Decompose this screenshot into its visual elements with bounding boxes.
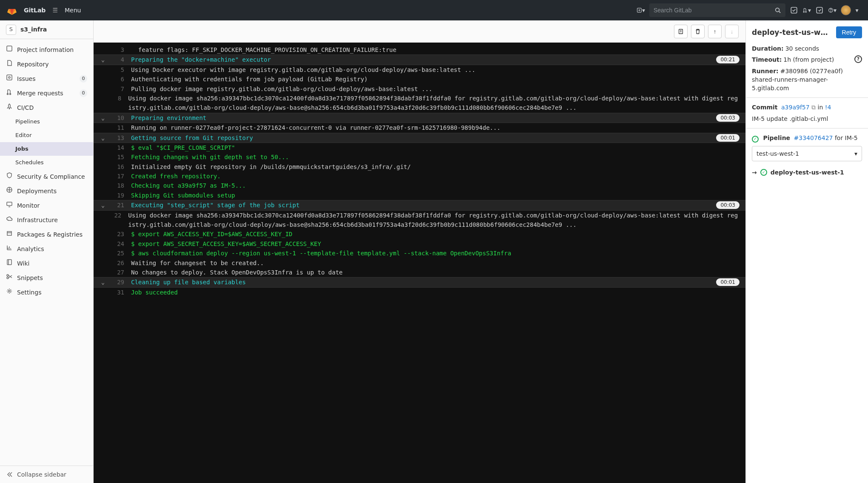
sidebar-item-monitor[interactable]: Monitor: [0, 198, 93, 213]
svg-point-1: [776, 8, 779, 12]
chevron-down-icon: [100, 84, 106, 94]
sidebar-item-security-compliance[interactable]: Security & Compliance: [0, 169, 93, 184]
log-line: 6Authenticating with credentials from jo…: [94, 74, 745, 84]
section-duration: 00:21: [716, 56, 740, 63]
issues-nav-icon[interactable]: [790, 6, 798, 14]
deploy-icon: [6, 186, 13, 195]
job-details-panel: deploy-test-us-w… Retry Duration:30 seco…: [745, 20, 868, 483]
log-section-header[interactable]: ⌄29Cleaning up file based variables00:01: [94, 277, 745, 287]
sidebar-nav: Project informationRepositoryIssues0Merg…: [0, 39, 93, 466]
todos-nav-icon[interactable]: [815, 6, 824, 14]
scroll-top-button[interactable]: ↑: [708, 25, 722, 38]
svg-rect-5: [817, 7, 822, 13]
chevron-down-icon: [100, 171, 106, 181]
chevron-down-icon: [100, 191, 106, 200]
duration-row: Duration:30 seconds: [752, 44, 862, 53]
sidebar-item-editor[interactable]: Editor: [0, 129, 93, 142]
log-line: 7Pulling docker image registry.gitlab.co…: [94, 84, 745, 94]
sidebar-item-deployments[interactable]: Deployments: [0, 184, 93, 198]
gitlab-logo-icon[interactable]: [7, 5, 17, 15]
log-section-header[interactable]: ⌄10Preparing environment00:03: [94, 113, 745, 123]
collapse-icon: [6, 471, 13, 478]
svg-rect-16: [7, 260, 11, 265]
scroll-bottom-button[interactable]: ↓: [725, 25, 739, 38]
sidebar-item-issues[interactable]: Issues0: [0, 71, 93, 86]
hamburger-icon[interactable]: ☰: [52, 6, 58, 14]
merge-request-link[interactable]: !4: [825, 104, 831, 111]
svg-point-10: [9, 77, 10, 78]
log-line: 27No changes to deploy. Stack OpenDevOps…: [94, 268, 745, 277]
log-line: 26Waiting for changeset to be created..: [94, 258, 745, 268]
section-duration: 00:01: [716, 134, 740, 142]
info-icon: [6, 45, 13, 54]
commit-message: IM-5 update .gitlab-ci.yml: [752, 114, 862, 123]
gear-icon: [6, 288, 13, 297]
pipeline-link[interactable]: #334076427: [794, 134, 833, 141]
chevron-down-icon: ▾: [854, 149, 857, 158]
commit-sha-link[interactable]: a39a9f57: [781, 104, 810, 111]
shield-icon: [6, 172, 13, 181]
merge-requests-nav-icon[interactable]: ▾: [802, 6, 811, 14]
search-icon: [774, 6, 782, 14]
log-section-header[interactable]: ⌄4Preparing the "docker+machine" executo…: [94, 54, 745, 65]
log-line: 8Using docker image sha256:a39347bbc1dc3…: [94, 94, 745, 113]
copy-sha-icon[interactable]: ⧉: [811, 104, 817, 111]
file-icon: [6, 60, 13, 69]
sidebar-item-pipelines[interactable]: Pipelines: [0, 115, 93, 129]
sidebar-item-jobs[interactable]: Jobs: [0, 142, 93, 156]
monitor-icon: [6, 201, 13, 210]
arrow-right-icon: →: [752, 168, 757, 177]
collapse-sidebar[interactable]: Collapse sidebar: [0, 466, 93, 483]
sidebar-item-infrastructure[interactable]: Infrastructure: [0, 213, 93, 227]
sidebar-item-project-information[interactable]: Project information: [0, 43, 93, 57]
log-section-header[interactable]: ⌄13Getting source from Git repository00:…: [94, 133, 745, 143]
pipeline-status-icon: ✓: [752, 136, 759, 143]
log-line: 23$ export AWS_ACCESS_KEY_ID=$AWS_ACCESS…: [94, 229, 745, 239]
sidebar-item-packages-registries[interactable]: Packages & Registries: [0, 227, 93, 242]
sidebar-item-merge-requests[interactable]: Merge requests0: [0, 86, 93, 100]
log-line: 11Running on runner-0277ea0f-project-278…: [94, 123, 745, 132]
plus-icon[interactable]: ▾: [637, 6, 645, 14]
chevron-down-icon: [100, 123, 106, 132]
timeout-row: Timeout:1h (from project)?: [752, 55, 862, 64]
timeout-info-icon[interactable]: ?: [854, 55, 862, 63]
section-duration: 00:03: [716, 201, 740, 209]
chevron-down-icon: ⌄: [100, 200, 106, 210]
erase-log-button[interactable]: [691, 25, 705, 38]
search-input[interactable]: [649, 3, 785, 17]
log-line: 25$ aws cloudformation deploy --region u…: [94, 249, 745, 258]
sidebar-item-ci-cd[interactable]: CI/CD: [0, 100, 93, 115]
help-nav-icon[interactable]: ▾: [828, 6, 837, 14]
chevron-down-icon: [100, 288, 106, 297]
chevron-down-icon: [100, 143, 106, 152]
search-field[interactable]: [653, 6, 774, 14]
project-sidebar: S s3_infra Project informationRepository…: [0, 20, 94, 483]
svg-rect-15: [7, 231, 11, 235]
brand-name[interactable]: GitLab: [24, 6, 46, 14]
chevron-down-icon: [100, 181, 106, 190]
chevron-down-icon: [100, 249, 106, 258]
sidebar-item-analytics[interactable]: Analytics: [0, 242, 93, 256]
log-section-header[interactable]: ⌄21Executing "step_script" stage of the …: [94, 200, 745, 210]
user-avatar[interactable]: ▾: [841, 5, 861, 15]
log-line: 24$ export AWS_SECRET_ACCESS_KEY=$AWS_SE…: [94, 239, 745, 249]
menu-label[interactable]: Menu: [65, 6, 81, 14]
sidebar-item-snippets[interactable]: Snippets: [0, 271, 93, 285]
job-title: deploy-test-us-w…: [752, 27, 832, 38]
chevron-down-icon: [100, 229, 106, 239]
sidebar-item-wiki[interactable]: Wiki: [0, 256, 93, 271]
sidebar-item-repository[interactable]: Repository: [0, 57, 93, 71]
job-log[interactable]: 3 feature flags: FF_SKIP_DOCKER_MACHINE_…: [94, 43, 745, 483]
sidebar-item-schedules[interactable]: Schedules: [0, 156, 93, 169]
raw-log-button[interactable]: [674, 25, 688, 38]
chevron-down-icon: [100, 268, 106, 277]
svg-point-17: [7, 274, 9, 276]
log-line: 16Initialized empty Git repository in /b…: [94, 162, 745, 171]
stage-dropdown[interactable]: test-us-west-1 ▾: [752, 146, 862, 161]
retry-button[interactable]: Retry: [836, 26, 862, 38]
project-header[interactable]: S s3_infra: [0, 20, 93, 39]
book-icon: [6, 259, 13, 268]
sidebar-item-settings[interactable]: Settings: [0, 285, 93, 300]
related-job-link[interactable]: → ✓ deploy-test-us-west-1: [752, 168, 862, 177]
issues-icon: [6, 74, 13, 83]
